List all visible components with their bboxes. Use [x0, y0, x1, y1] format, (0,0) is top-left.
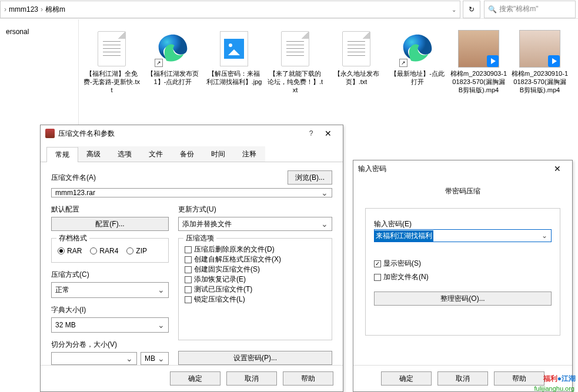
format-rar-radio[interactable]: RAR: [58, 247, 82, 255]
set-password-button[interactable]: 设置密码(P)...: [178, 351, 332, 365]
dialog-footer: 确定 取消 帮助: [41, 365, 343, 391]
search-placeholder: 搜索"棉棉m": [499, 4, 539, 14]
format-rar4-radio[interactable]: RAR4: [90, 247, 118, 255]
watermark-url: fulijianghu.org: [534, 385, 575, 392]
chevron-down-icon[interactable]: ⌄: [452, 6, 456, 13]
browse-button[interactable]: 浏览(B)...: [288, 170, 332, 185]
winrar-icon: [45, 129, 55, 138]
organize-passwords-button[interactable]: 整理密码(O)...: [374, 292, 552, 306]
txt-file-icon: [91, 28, 132, 69]
jpg-file-icon: [213, 28, 255, 69]
options-label: 压缩选项: [183, 233, 216, 243]
close-icon[interactable]: ✕: [318, 126, 338, 141]
archive-name-input[interactable]: mmm123.rar: [51, 188, 332, 197]
breadcrumb-item[interactable]: mmm123: [6, 5, 41, 14]
video-thumbnail-icon: [458, 28, 499, 69]
tab-files[interactable]: 文件: [140, 146, 172, 162]
password-header: 带密码压缩: [365, 186, 560, 196]
file-item[interactable]: ↗ 【福利江湖发布页1】-点此打开: [143, 28, 202, 94]
password-dialog: 输入密码 ✕ 带密码压缩 输入密码(E) 来福利江湖找福利 显示密码(S) 加密…: [353, 160, 573, 392]
breadcrumb-item[interactable]: 棉棉m: [43, 5, 68, 15]
options-group: 压缩选项 压缩后删除原来的文件(D) 创建自解压格式压缩文件(X) 创建固实压缩…: [178, 238, 332, 340]
tab-time[interactable]: 时间: [202, 146, 234, 162]
ok-button[interactable]: 确定: [170, 371, 220, 386]
tab-backup[interactable]: 备份: [171, 146, 203, 162]
file-label: 【来了就能下载的论坛，纯免费！】.txt: [266, 69, 325, 94]
method-select[interactable]: 正常: [51, 282, 169, 298]
txt-file-icon: [336, 28, 377, 69]
tab-general[interactable]: 常规: [46, 147, 78, 162]
cancel-button[interactable]: 取消: [226, 371, 277, 386]
search-input[interactable]: 🔍 搜索"棉棉m": [484, 1, 576, 18]
opt-test[interactable]: 测试已压缩文件(T): [185, 284, 326, 294]
tab-comment[interactable]: 注释: [233, 146, 265, 162]
password-group: 输入密码(E) 来福利江湖找福利 显示密码(S) 加密文件名(N) 整理密码(O…: [365, 208, 560, 336]
profile-label: 默认配置: [51, 205, 169, 215]
play-icon: [487, 55, 499, 67]
edge-icon: ↗: [397, 28, 438, 69]
tab-bar: 常规 高级 选项 文件 备份 时间 注释: [41, 142, 343, 162]
breadcrumb[interactable]: › mmm123 › 棉棉m ⌄: [0, 1, 460, 18]
help-button[interactable]: 帮助: [494, 371, 544, 386]
file-label: 【永久地址发布页】.txt: [327, 69, 386, 86]
address-bar: › mmm123 › 棉棉m ⌄ ↻ 🔍 搜索"棉棉m": [0, 0, 578, 19]
opt-delete-after[interactable]: 压缩后删除原来的文件(D): [185, 244, 326, 254]
password-input-label: 输入密码(E): [374, 219, 552, 229]
search-icon: 🔍: [488, 5, 497, 14]
password-input[interactable]: 来福利江湖找福利: [374, 229, 552, 242]
dialog-title: 压缩文件名和参数: [58, 129, 115, 139]
file-item[interactable]: 【永久地址发布页】.txt: [327, 28, 386, 94]
file-label: 【福利江湖】全免费-无套路-更新快.txt: [82, 69, 141, 94]
dict-label: 字典大小(I): [51, 305, 169, 315]
format-group: 存档格式 RAR RAR4 ZIP: [51, 238, 169, 263]
split-size-input[interactable]: [51, 352, 137, 365]
shortcut-arrow-icon: ↗: [399, 59, 407, 67]
format-zip-radio[interactable]: ZIP: [126, 247, 147, 255]
opt-sfx[interactable]: 创建自解压格式压缩文件(X): [185, 254, 326, 264]
video-thumbnail-icon: [519, 28, 560, 69]
shortcut-arrow-icon: ↗: [155, 59, 163, 67]
opt-recovery[interactable]: 添加恢复记录(E): [185, 274, 326, 284]
file-label: 棉棉m_20230910-101823-570(漏胸漏B剪辑版).mp4: [510, 69, 569, 94]
file-label: 【解压密码：来福利江湖找福利】.jpg: [205, 69, 263, 86]
format-label: 存档格式: [56, 233, 89, 243]
file-item[interactable]: 【解压密码：来福利江湖找福利】.jpg: [205, 28, 263, 94]
edge-icon: ↗: [152, 28, 193, 69]
opt-lock[interactable]: 锁定压缩文件(L): [185, 294, 326, 304]
profile-button[interactable]: 配置(F)...: [51, 217, 169, 231]
nav-item-personal[interactable]: ersonal: [0, 25, 78, 38]
method-label: 压缩方式(C): [51, 270, 169, 280]
txt-file-icon: [275, 28, 316, 69]
archive-name-label: 压缩文件名(A): [51, 173, 283, 183]
split-label: 切分为分卷，大小(V): [51, 340, 169, 350]
file-label: 【最新地址】-点此打开: [388, 69, 447, 86]
winrar-dialog: 压缩文件名和参数 ? ✕ 常规 高级 选项 文件 备份 时间 注释 压缩文件名(…: [40, 125, 343, 392]
file-item[interactable]: 棉棉m_20230910-101823-570(漏胸漏B剪辑版).mp4: [510, 28, 569, 94]
play-icon: [548, 55, 560, 67]
update-mode-label: 更新方式(U): [178, 205, 332, 215]
tab-advanced[interactable]: 高级: [78, 146, 109, 162]
help-icon[interactable]: ?: [304, 129, 318, 138]
file-label: 棉棉m_20230903-101823-570(漏胸漏B剪辑版).mp4: [449, 69, 508, 94]
file-item[interactable]: ↗ 【最新地址】-点此打开: [388, 28, 447, 94]
file-item[interactable]: 【来了就能下载的论坛，纯免费！】.txt: [266, 28, 325, 94]
help-button[interactable]: 帮助: [283, 371, 333, 386]
dialog-titlebar[interactable]: 压缩文件名和参数 ? ✕: [41, 125, 343, 142]
ok-button[interactable]: 确定: [381, 371, 432, 386]
cancel-button[interactable]: 取消: [437, 371, 488, 386]
encrypt-names-checkbox[interactable]: 加密文件名(N): [374, 272, 552, 282]
file-item[interactable]: 【福利江湖】全免费-无套路-更新快.txt: [82, 28, 141, 94]
split-unit-select[interactable]: MB: [141, 352, 169, 365]
dict-select[interactable]: 32 MB: [51, 317, 169, 333]
show-password-checkbox[interactable]: 显示密码(S): [374, 259, 552, 269]
dialog-title: 输入密码: [358, 164, 386, 174]
watermark: 福利●江湖: [543, 371, 576, 384]
file-label: 【福利江湖发布页1】-点此打开: [143, 69, 202, 86]
tab-options[interactable]: 选项: [109, 146, 141, 162]
file-item[interactable]: 棉棉m_20230903-101823-570(漏胸漏B剪辑版).mp4: [449, 28, 508, 94]
dialog-titlebar[interactable]: 输入密码 ✕: [353, 160, 572, 177]
update-mode-select[interactable]: 添加并替换文件: [178, 217, 332, 231]
refresh-button[interactable]: ↻: [463, 1, 480, 18]
close-icon[interactable]: ✕: [547, 161, 567, 176]
opt-solid[interactable]: 创建固实压缩文件(S): [185, 264, 326, 274]
